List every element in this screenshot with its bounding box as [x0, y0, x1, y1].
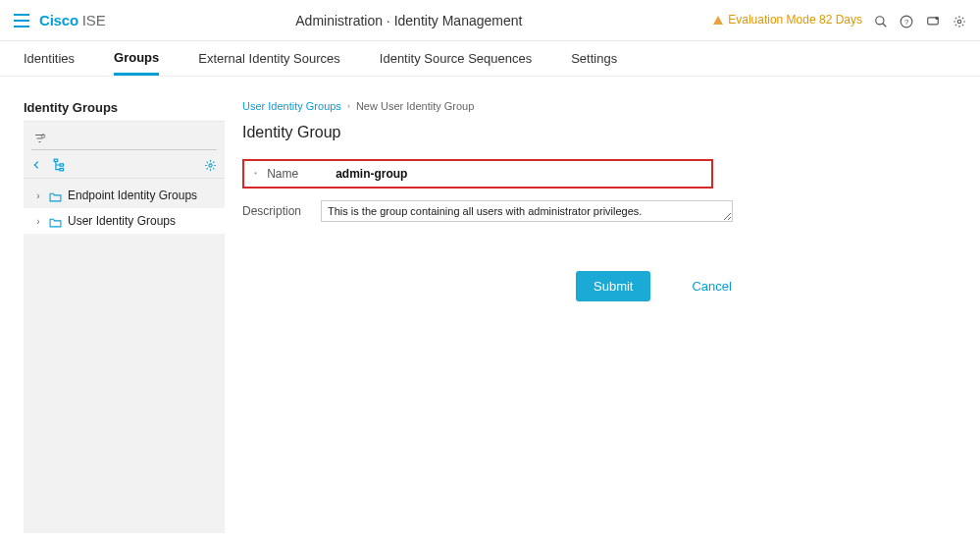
form-actions: Submit Cancel	[576, 271, 956, 301]
chevron-right-icon: ›	[33, 216, 43, 227]
svg-point-12	[209, 164, 212, 167]
description-row: Description	[242, 200, 956, 222]
tree-view-icon[interactable]	[53, 156, 67, 172]
tab-identities[interactable]: Identities	[24, 43, 75, 74]
brand-cisco: Cisco	[39, 12, 78, 28]
svg-point-0	[876, 16, 884, 24]
svg-text:?: ?	[904, 18, 908, 27]
svg-rect-9	[54, 159, 58, 161]
top-bar: CiscoISE Administration · Identity Manag…	[0, 0, 980, 41]
name-label: Name	[267, 167, 326, 181]
description-label: Description	[242, 200, 311, 218]
back-icon[interactable]	[31, 157, 41, 172]
tab-settings[interactable]: Settings	[571, 43, 617, 74]
help-icon[interactable]: ?	[900, 12, 913, 27]
brand-ise: ISE	[82, 12, 106, 28]
hamburger-icon[interactable]	[14, 10, 29, 30]
filter-icon	[33, 133, 46, 144]
tab-navigation: Identities Groups External Identity Sour…	[0, 41, 980, 77]
page-path: Administration · Identity Management	[105, 13, 712, 28]
description-textarea[interactable]	[321, 200, 733, 222]
evaluation-badge[interactable]: Evaluation Mode 82 Days	[712, 13, 862, 27]
chevron-right-icon: ›	[33, 190, 43, 201]
svg-rect-10	[60, 164, 64, 166]
svg-point-5	[935, 16, 939, 20]
main-area: Identity Groups ›	[0, 77, 980, 533]
chevron-right-icon: ›	[347, 101, 350, 111]
sidebar-search-input[interactable]	[46, 130, 215, 147]
sidebar: Identity Groups ›	[24, 100, 225, 533]
identity-group-form: * Name Description Submit Cancel	[242, 159, 956, 301]
sidebar-gear-icon[interactable]	[204, 157, 217, 172]
folder-icon	[49, 189, 62, 202]
svg-rect-11	[60, 169, 64, 171]
tab-external-identity-sources[interactable]: External Identity Sources	[198, 43, 340, 74]
top-right-controls: Evaluation Mode 82 Days ?	[712, 12, 966, 27]
tree-item-user-groups[interactable]: › User Identity Groups	[24, 208, 225, 234]
sidebar-title: Identity Groups	[24, 100, 225, 115]
tree-item-label: Endpoint Identity Groups	[68, 189, 197, 202]
svg-line-8	[44, 137, 45, 138]
name-input[interactable]	[335, 167, 649, 181]
evaluation-text: Evaluation Mode 82 Days	[728, 13, 862, 27]
content-area: User Identity Groups › New User Identity…	[242, 100, 956, 533]
submit-button[interactable]: Submit	[576, 271, 650, 301]
required-asterisk: *	[254, 170, 257, 179]
cancel-button[interactable]: Cancel	[692, 279, 731, 294]
breadcrumb-parent[interactable]: User Identity Groups	[242, 100, 341, 112]
sidebar-search[interactable]	[31, 128, 217, 150]
svg-point-6	[957, 20, 961, 24]
tab-groups[interactable]: Groups	[114, 42, 159, 76]
tree-item-label: User Identity Groups	[68, 214, 176, 228]
warning-icon	[712, 13, 724, 27]
name-row: * Name	[242, 159, 713, 189]
svg-line-1	[883, 23, 887, 27]
sidebar-toolbar	[24, 150, 225, 179]
breadcrumb-current: New User Identity Group	[356, 100, 474, 112]
tab-identity-source-sequences[interactable]: Identity Source Sequences	[380, 43, 532, 74]
folder-icon	[49, 214, 62, 228]
tree-item-endpoint-groups[interactable]: › Endpoint Identity Groups	[24, 183, 225, 208]
notifications-icon[interactable]	[925, 12, 941, 27]
brand-logo: CiscoISE	[39, 12, 105, 28]
section-title: Identity Group	[242, 124, 956, 141]
sidebar-tree: › Endpoint Identity Groups › User Identi…	[24, 179, 225, 238]
breadcrumb: User Identity Groups › New User Identity…	[242, 100, 956, 112]
sidebar-panel: › Endpoint Identity Groups › User Identi…	[24, 121, 225, 533]
search-icon[interactable]	[874, 12, 888, 27]
settings-gear-icon[interactable]	[953, 12, 966, 27]
